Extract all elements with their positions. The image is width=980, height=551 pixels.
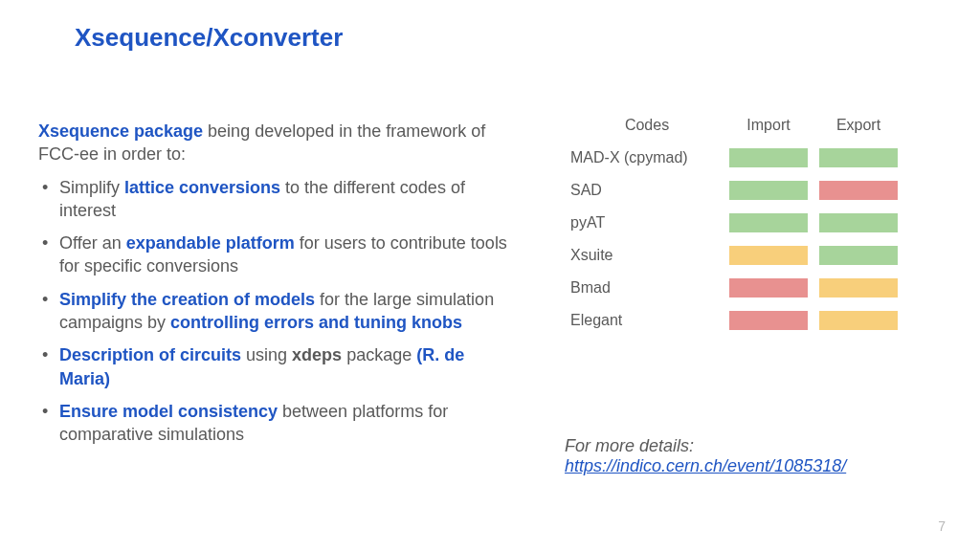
status-cell-import: [724, 181, 813, 200]
status-swatch: [819, 246, 898, 265]
table-row: Bmad: [565, 272, 947, 304]
table-row: MAD-X (cpymad): [565, 142, 947, 174]
status-swatch: [819, 213, 898, 232]
left-content: Xsequence package being developed in the…: [38, 120, 507, 447]
row-label: pyAT: [565, 214, 724, 231]
col-import: Import: [724, 117, 813, 134]
status-cell-export: [813, 181, 903, 200]
bullet-2-em: expandable platform: [126, 233, 295, 253]
bullet-4-em2: xdeps: [292, 345, 342, 364]
status-swatch: [729, 311, 808, 330]
status-cell-export: [813, 311, 903, 330]
bullet-4: Description of circuits using xdeps pack…: [38, 343, 507, 390]
bullet-4-mid: using: [241, 345, 292, 364]
status-cell-import: [724, 278, 813, 298]
status-swatch: [819, 278, 898, 298]
status-cell-export: [813, 246, 903, 265]
bullet-5-em: Ensure model consistency: [59, 402, 278, 421]
row-label: Elegant: [565, 312, 724, 329]
table-row: Xsuite: [565, 239, 947, 272]
status-swatch: [729, 181, 808, 200]
details-link[interactable]: https://indico.cern.ch/event/1085318/: [565, 456, 846, 475]
row-label: Xsuite: [565, 247, 724, 264]
status-table: Codes Import Export MAD-X (cpymad)SADpyA…: [565, 109, 947, 337]
bullet-1: Simplify lattice conversions to the diff…: [38, 176, 507, 223]
status-cell-import: [724, 311, 813, 330]
status-swatch: [729, 148, 808, 167]
status-swatch: [819, 311, 898, 330]
bullet-3-em1: Simplify the creation of models: [59, 290, 315, 309]
status-cell-export: [813, 213, 903, 232]
bullet-4-em1: Description of circuits: [59, 345, 241, 364]
status-swatch: [819, 181, 898, 200]
bullet-1-em: lattice conversions: [124, 178, 280, 197]
status-cell-import: [724, 246, 813, 265]
bullet-3: Simplify the creation of models for the …: [38, 288, 507, 335]
bullet-list: Simplify lattice conversions to the diff…: [38, 176, 507, 447]
table-row: Elegant: [565, 304, 947, 337]
slide-title: Xsequence/Xconverter: [75, 23, 343, 53]
row-label: SAD: [565, 182, 724, 199]
bullet-5: Ensure model consistency between platfor…: [38, 400, 507, 447]
status-swatch: [729, 246, 808, 265]
bullet-2: Offer an expandable platform for users t…: [38, 231, 507, 278]
status-cell-export: [813, 278, 903, 298]
status-cell-export: [813, 148, 903, 167]
table-row: SAD: [565, 174, 947, 207]
status-swatch: [729, 213, 808, 232]
row-label: MAD-X (cpymad): [565, 149, 724, 166]
details-lead: For more details:: [565, 436, 846, 456]
col-codes: Codes: [565, 117, 724, 134]
intro-text: Xsequence package being developed in the…: [38, 120, 507, 166]
row-label: Bmad: [565, 279, 724, 297]
bullet-4-post: package: [342, 345, 416, 364]
status-swatch: [819, 148, 898, 167]
col-export: Export: [813, 117, 903, 134]
page-number: 7: [938, 518, 946, 534]
status-cell-import: [724, 213, 813, 232]
details-block: For more details: https://indico.cern.ch…: [565, 436, 846, 476]
status-cell-import: [724, 148, 813, 167]
table-row: pyAT: [565, 207, 947, 239]
bullet-3-em2: controlling errors and tuning knobs: [170, 313, 462, 332]
slide: Xsequence/Xconverter Xsequence package b…: [0, 0, 980, 551]
status-swatch: [729, 278, 808, 298]
bullet-1-pre: Simplify: [59, 178, 124, 197]
table-header: Codes Import Export: [565, 109, 947, 142]
intro-lead: Xsequence package: [38, 121, 203, 141]
table-body: MAD-X (cpymad)SADpyATXsuiteBmadElegant: [565, 142, 947, 337]
bullet-2-pre: Offer an: [59, 233, 126, 253]
